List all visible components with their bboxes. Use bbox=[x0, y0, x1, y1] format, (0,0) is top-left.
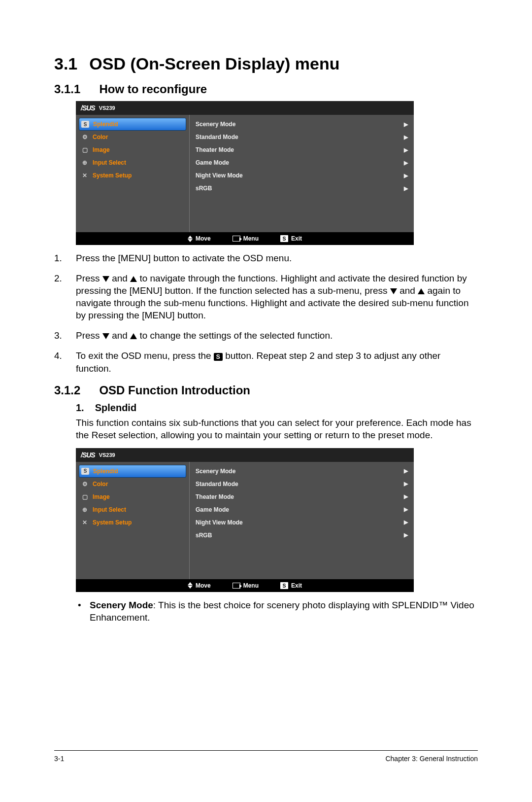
item-number: 1. bbox=[76, 402, 84, 414]
color-icon: ⚙ bbox=[81, 480, 89, 488]
chevron-right-icon: ▶ bbox=[404, 147, 408, 153]
bullet-list: Scenery Mode: This is the best choice fo… bbox=[76, 599, 478, 624]
osd-submenu-item[interactable]: Standard Mode▶ bbox=[195, 478, 409, 490]
s-button-icon: S bbox=[280, 582, 288, 589]
osd-footer-exit: S Exit bbox=[280, 235, 302, 242]
osd-submenu-item[interactable]: sRGB▶ bbox=[195, 529, 409, 542]
osd-footer-move: Move bbox=[188, 235, 211, 242]
chapter-label: Chapter 3: General Instruction bbox=[385, 755, 478, 763]
osd-submenu-label: Theater Mode bbox=[196, 493, 234, 500]
osd-menu-label: Splendid bbox=[93, 468, 118, 475]
chevron-right-icon: ▶ bbox=[404, 481, 408, 487]
osd-left-menu: S Splendid ⚙ Color ▢ Image ⊕ Input Selec… bbox=[76, 462, 189, 579]
chevron-right-icon: ▶ bbox=[404, 468, 408, 474]
osd-submenu-label: Game Mode bbox=[196, 506, 229, 513]
osd-submenu-item[interactable]: Scenery Mode▶ bbox=[195, 118, 409, 131]
model-label: VS239 bbox=[99, 105, 115, 111]
menu-icon bbox=[233, 583, 240, 589]
osd-menu-label: System Setup bbox=[93, 172, 132, 179]
chevron-right-icon: ▶ bbox=[404, 134, 408, 140]
chevron-right-icon: ▶ bbox=[404, 493, 408, 500]
bullet-item: Scenery Mode: This is the best choice fo… bbox=[76, 599, 478, 624]
osd-footer: Move Menu S Exit bbox=[76, 232, 414, 245]
osd-footer-label: Move bbox=[196, 235, 211, 242]
chevron-right-icon: ▶ bbox=[404, 519, 408, 525]
subsection-heading: 3.1.1 How to reconfigure bbox=[54, 82, 478, 96]
osd-submenu-item[interactable]: Theater Mode▶ bbox=[195, 490, 409, 503]
step-item: 4. To exit the OSD menu, press the S but… bbox=[54, 349, 478, 374]
triangle-up-icon bbox=[418, 288, 425, 294]
move-arrows-icon bbox=[188, 236, 193, 242]
s-button-icon: S bbox=[280, 235, 288, 242]
model-label: VS239 bbox=[99, 452, 115, 458]
osd-menu-label: Color bbox=[93, 481, 108, 488]
osd-submenu-label: Standard Mode bbox=[196, 134, 238, 140]
osd-menu-color[interactable]: ⚙ Color bbox=[76, 478, 189, 490]
page-footer: 3-1 Chapter 3: General Instruction bbox=[54, 750, 478, 763]
osd-submenu-label: Game Mode bbox=[196, 159, 229, 166]
osd-submenu-label: Theater Mode bbox=[196, 146, 234, 153]
osd-menu-system-setup[interactable]: ✕ System Setup bbox=[76, 516, 189, 529]
step-item: 1.Press the [MENU] button to activate th… bbox=[54, 252, 478, 264]
osd-right-menu: Scenery Mode▶ Standard Mode▶ Theater Mod… bbox=[190, 462, 414, 579]
osd-topbar: /SUS VS239 bbox=[76, 448, 414, 462]
step-text: Press bbox=[76, 273, 102, 283]
osd-screenshot: /SUS VS239 S Splendid ⚙ Color ▢ Image ⊕ … bbox=[76, 101, 414, 245]
osd-submenu-item[interactable]: Scenery Mode▶ bbox=[195, 465, 409, 478]
bullet-label: Scenery Mode bbox=[90, 600, 153, 610]
step-text: and bbox=[399, 285, 418, 296]
input-icon: ⊕ bbox=[81, 506, 89, 514]
osd-submenu-label: Night View Mode bbox=[196, 172, 243, 179]
osd-right-menu: Scenery Mode▶ Standard Mode▶ Theater Mod… bbox=[190, 115, 414, 232]
osd-body: S Splendid ⚙ Color ▢ Image ⊕ Input Selec… bbox=[76, 462, 414, 579]
osd-footer-label: Exit bbox=[291, 235, 302, 242]
step-text: Press bbox=[76, 330, 102, 341]
move-arrows-icon bbox=[188, 582, 193, 589]
osd-menu-input-select[interactable]: ⊕ Input Select bbox=[76, 503, 189, 516]
section-heading: 3.1 OSD (On-Screen Display) menu bbox=[54, 54, 478, 73]
menu-icon bbox=[233, 236, 240, 242]
osd-menu-splendid[interactable]: S Splendid bbox=[79, 118, 186, 131]
subsection-number: 3.1.2 bbox=[54, 384, 80, 397]
chevron-right-icon: ▶ bbox=[404, 506, 408, 513]
triangle-down-icon bbox=[390, 288, 397, 294]
chevron-right-icon: ▶ bbox=[404, 532, 408, 538]
osd-submenu-item[interactable]: Game Mode▶ bbox=[195, 503, 409, 516]
osd-menu-image[interactable]: ▢ Image bbox=[76, 143, 189, 156]
osd-topbar: /SUS VS239 bbox=[76, 101, 414, 115]
steps-list: 1.Press the [MENU] button to activate th… bbox=[54, 252, 478, 375]
step-item: 2. Press and to navigate through the fun… bbox=[54, 272, 478, 321]
chevron-right-icon: ▶ bbox=[404, 121, 408, 128]
osd-footer-menu: Menu bbox=[233, 235, 259, 242]
brand-logo: /SUS bbox=[81, 451, 95, 459]
osd-submenu-item[interactable]: Night View Mode▶ bbox=[195, 169, 409, 182]
osd-submenu-item[interactable]: Standard Mode▶ bbox=[195, 131, 409, 143]
osd-menu-color[interactable]: ⚙ Color bbox=[76, 131, 189, 143]
osd-menu-label: Color bbox=[93, 134, 108, 140]
osd-footer-label: Exit bbox=[291, 582, 302, 589]
osd-footer-menu: Menu bbox=[233, 582, 259, 589]
osd-submenu-label: sRGB bbox=[196, 532, 212, 539]
section-number: 3.1 bbox=[54, 54, 77, 73]
item-heading: 1. Splendid bbox=[76, 402, 478, 414]
osd-footer-label: Move bbox=[196, 582, 211, 589]
step-text: and bbox=[112, 273, 130, 283]
osd-menu-label: Input Select bbox=[93, 506, 126, 513]
osd-submenu-item[interactable]: Game Mode▶ bbox=[195, 156, 409, 169]
osd-submenu-item[interactable]: Theater Mode▶ bbox=[195, 143, 409, 156]
osd-screenshot: /SUS VS239 S Splendid ⚙ Color ▢ Image ⊕ … bbox=[76, 448, 414, 592]
osd-submenu-item[interactable]: Night View Mode▶ bbox=[195, 516, 409, 529]
triangle-up-icon bbox=[130, 276, 137, 282]
osd-submenu-label: Standard Mode bbox=[196, 481, 238, 488]
color-icon: ⚙ bbox=[81, 133, 89, 141]
brand-logo: /SUS bbox=[81, 104, 95, 112]
osd-menu-input-select[interactable]: ⊕ Input Select bbox=[76, 156, 189, 169]
osd-menu-label: Image bbox=[93, 493, 110, 500]
osd-submenu-item[interactable]: sRGB▶ bbox=[195, 182, 409, 195]
step-item: 3. Press and to change the settings of t… bbox=[54, 329, 478, 342]
osd-menu-image[interactable]: ▢ Image bbox=[76, 490, 189, 503]
subsection-number: 3.1.1 bbox=[54, 82, 80, 96]
osd-menu-system-setup[interactable]: ✕ System Setup bbox=[76, 169, 189, 182]
osd-submenu-label: Scenery Mode bbox=[196, 468, 235, 475]
osd-menu-splendid[interactable]: S Splendid bbox=[79, 465, 186, 478]
